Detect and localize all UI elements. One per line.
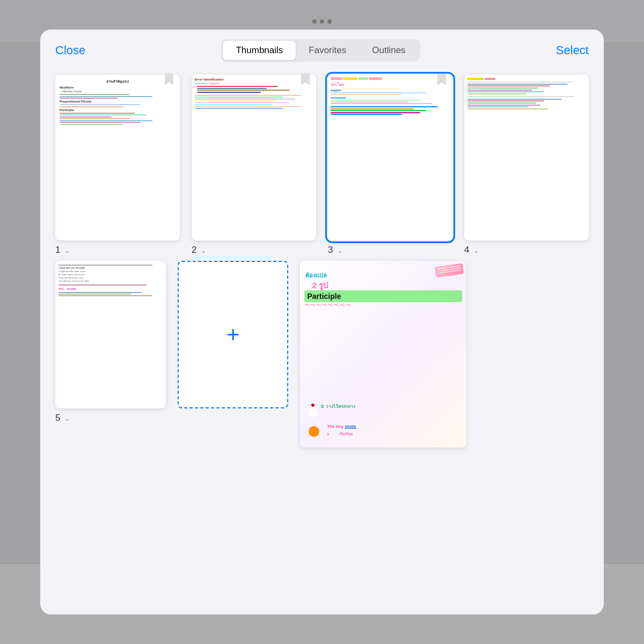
page3-sec2: recommend (331, 96, 450, 104)
p5title: สรุป... ออกสอบ (58, 287, 163, 291)
page-3-chevron[interactable]: ⌄ (337, 246, 343, 254)
tab-favorites[interactable]: Favorites (296, 41, 359, 60)
p4o2 (467, 90, 532, 91)
thumbnail-page-4[interactable]: 4 ⌄ (464, 75, 589, 255)
page-5-number: 5 (55, 413, 60, 423)
p5l2 (58, 292, 142, 293)
pu4 (195, 100, 277, 101)
thumbnail-page-3[interactable]: ประโยค suggest recommend (328, 75, 452, 255)
p4o3 (467, 91, 544, 92)
p3l3 (331, 100, 420, 101)
pu6 (195, 104, 272, 105)
p4o8 (467, 108, 548, 109)
page6-study: study (345, 424, 356, 429)
page1-title: สาระสำคัญ EP.2 (60, 79, 175, 84)
p5text5: I should have sent you the letter. (58, 280, 163, 282)
tab-outlines[interactable]: Outlines (359, 41, 418, 60)
pu1 (195, 95, 301, 96)
p3l4 (331, 101, 408, 103)
page2-items (197, 86, 313, 93)
page-1-content: สาระสำคัญ EP.2 Modifiers Adjective Claus… (55, 75, 180, 240)
p3l7 (331, 108, 414, 109)
p4o4 (467, 93, 526, 94)
thumb-card-3[interactable]: ประโยค suggest recommend (328, 75, 452, 240)
thumbnail-page-5[interactable]: I have sent you the letter. I might send… (55, 261, 166, 448)
p4o1 (467, 87, 538, 89)
thumb-card-2[interactable]: Error Identification and Sentence Comple… (192, 75, 316, 240)
page1-heading1: Modifiers (60, 86, 175, 89)
page-2-number: 2 (192, 245, 196, 255)
pu5 (195, 103, 289, 104)
page1-line-7 (60, 114, 147, 115)
page2-underlines (195, 95, 313, 109)
tab-thumbnails[interactable]: Thumbnails (223, 41, 296, 60)
modal-header: Close Thumbnails Favorites Outlines Sele… (40, 30, 604, 69)
p4q1l1 (467, 84, 568, 85)
tag4 (369, 77, 382, 80)
thumbnail-page-6[interactable]: ต้องแปล 2 รูป Participle 〜〜〜〜〜〜〜〜 (300, 261, 466, 448)
add-page-card[interactable]: + (178, 261, 288, 408)
page-3-number: 3 (328, 245, 333, 255)
thumb-card-6[interactable]: ต้องแปล 2 รูป Participle 〜〜〜〜〜〜〜〜 (300, 261, 466, 448)
p5text2: I might send the letter to you. (58, 270, 163, 273)
page-5-content: I have sent you the letter. I might send… (55, 261, 166, 408)
thumbnail-page-1[interactable]: สาระสำคัญ EP.2 Modifiers Adjective Claus… (55, 75, 180, 255)
pu3 (195, 99, 295, 100)
thumb-card-1[interactable]: สาระสำคัญ EP.2 Modifiers Adjective Claus… (55, 75, 180, 240)
page-4-number-row: 4 ⌄ (464, 245, 589, 255)
p5l0 (58, 265, 152, 266)
page1-heading3: Participle (60, 108, 175, 112)
thumbnails-area: สาระสำคัญ EP.2 Modifiers Adjective Claus… (40, 69, 604, 614)
page4-header (467, 78, 586, 80)
page-5-number-row: 5 ⌄ (55, 413, 166, 423)
p4q1l2 (467, 85, 550, 86)
p3l10 (331, 114, 402, 115)
p3l5 (331, 103, 432, 104)
page-2-chevron[interactable]: ⌄ (201, 246, 207, 254)
page-3-content: ประโยค suggest recommend (328, 75, 452, 240)
select-button[interactable]: Select (556, 43, 589, 57)
page6-sentence-area: The boy study s เรียบร้อย (327, 420, 464, 437)
page1-line-5 (60, 106, 123, 107)
cream-svg (304, 401, 321, 418)
thumb-card-4[interactable] (464, 75, 589, 240)
page1-sub1: Adjective Clause (62, 90, 175, 93)
app-background: (3 1? 3 กลุ่ม 3 รูป นาย ชาว ว.ว *** ออกส… (0, 0, 644, 644)
thumbnail-add-page[interactable]: + (178, 261, 288, 448)
p2i4 (197, 92, 261, 93)
page4-q1 (467, 84, 586, 86)
p4o7 (467, 106, 529, 107)
p4q2l2 (467, 100, 544, 101)
p2i3 (197, 90, 290, 91)
p5l1 (58, 284, 147, 286)
page1-line-4 (60, 104, 141, 105)
page-2-content: Error Identification and Sentence Comple… (192, 75, 316, 240)
page-4-number: 4 (464, 245, 469, 255)
page3-main-title: ประโยค (331, 82, 450, 87)
p4o5 (467, 103, 536, 104)
svg-point-4 (311, 404, 314, 407)
page-1-number-row: 1 ⌄ (55, 245, 180, 255)
page-5-chevron[interactable]: ⌄ (64, 414, 70, 422)
close-button[interactable]: Close (55, 43, 85, 57)
page-1-chevron[interactable]: ⌄ (64, 246, 70, 254)
page1-line-2 (60, 96, 152, 97)
thumbnail-page-2[interactable]: Error Identification and Sentence Comple… (192, 75, 316, 255)
page1-line-9 (60, 118, 129, 119)
thumb-card-5[interactable]: I have sent you the letter. I might send… (55, 261, 166, 408)
page-2-number-row: 2 ⌄ (192, 245, 316, 255)
page6-sentence-text: The boy (327, 424, 345, 429)
page1-line-6 (60, 113, 135, 114)
page3-sec2-title: recommend (331, 96, 450, 99)
egg-svg (302, 420, 326, 443)
tag3 (358, 77, 368, 80)
page-4-chevron[interactable]: ⌄ (473, 246, 479, 254)
p2i1 (197, 86, 278, 87)
p2i2 (197, 88, 267, 89)
p3l1 (331, 92, 426, 93)
page6-end: s เรียบร้อย (327, 431, 464, 437)
p5l4 (58, 295, 152, 296)
tag1 (331, 77, 342, 80)
page2-subheading: and Sentence Completion (195, 82, 313, 85)
page1-line-8 (60, 116, 112, 118)
